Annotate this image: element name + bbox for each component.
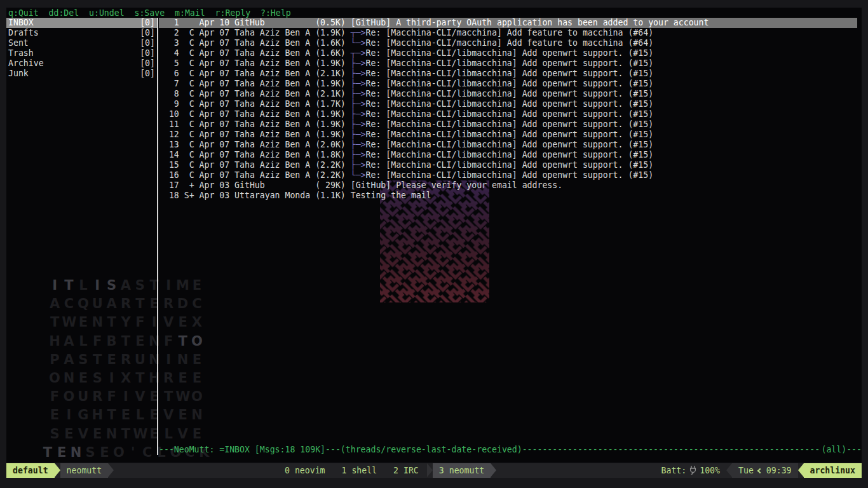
mailbox-count: [0] [140,69,155,79]
mail-row[interactable]: 16 C Apr 07 Taha Aziz Ben A (2.2K) └─>Re… [159,170,857,180]
mail-subject: Re: [Macchina-CLI/libmacchina] Add openw… [366,69,654,78]
mail-row[interactable]: 3 C Apr 07 Taha Aziz Ben A (1.6K) └─>Re:… [159,38,857,48]
mail-row[interactable]: 14 C Apr 07 Taha Aziz Ben A (1.8K) ├─>Re… [159,150,857,160]
mail-subject: Re: [Macchina-CLI/libmacchina] Add openw… [366,170,654,180]
mail-subject: Re: [Macchina-CLI/libmacchina] Add openw… [366,150,654,159]
mail-row-meta: 10 C Apr 07 Taha Aziz Ben A (1.9K) [159,109,351,119]
mail-row[interactable]: 5 C Apr 07 Taha Aziz Ben A (1.9K) ├─>Re:… [159,58,857,69]
mail-row-meta: 2 C Apr 07 Taha Aziz Ben A (1.9K) [159,28,351,37]
tmux-session-badge[interactable]: default [6,463,55,478]
tmux-window-item[interactable]: 2 IRC [385,463,427,478]
status-dash-filler: ----------------------------------------… [522,445,822,455]
mail-subject: Re: [Macchina-CLI/libmacchina] Add openw… [366,89,654,98]
battery-percent: 100% [700,466,720,475]
sidebar-mailbox-sent[interactable]: Sent[0] [6,38,157,48]
mail-subject: Re: [Macchina-CLI/libmacchina] Add openw… [366,79,654,88]
mail-row[interactable]: 9 C Apr 07 Taha Aziz Ben A (1.7K) ├─>Re:… [159,99,857,109]
sidebar-mailbox-drafts[interactable]: Drafts[0] [6,28,157,38]
tmux-left-section: default neomutt [6,463,114,478]
mailbox-count: [0] [140,28,155,38]
powerline-arrow-right-icon [427,463,433,477]
mailbox-name: Sent [8,38,29,48]
neomutt-status-line: ---NeoMutt: =INBOX [Msgs:18 109K]---(thr… [159,445,862,455]
battery-label: Batt: [661,466,687,475]
thread-tree-icon: ├─> [351,79,366,88]
mail-row-meta: 6 C Apr 07 Taha Aziz Ben A (2.1K) [159,69,351,78]
mail-row-meta: 5 C Apr 07 Taha Aziz Ben A (1.9K) [159,58,351,68]
thread-tree-icon: ├─> [351,160,366,170]
day-of-week: Tue [738,466,754,475]
mail-row-meta: 3 C Apr 07 Taha Aziz Ben A (1.6K) [159,38,351,48]
mail-subject: Re: [Macchina-CLI/macchina] Add feature … [366,28,654,37]
thread-tree-icon: ├─> [351,99,366,109]
mail-row-meta: 17 + Apr 03 GitHub ( 29K) [159,180,351,190]
mail-row-meta: 18 S+ Apr 03 Uttarayan Monda (1.1K) [159,191,351,200]
mailbox-count: [0] [140,48,155,58]
thread-tree-icon: ┬─> [351,48,366,58]
mail-row-meta: 14 C Apr 07 Taha Aziz Ben A (1.8K) [159,150,351,159]
mail-subject: Re: [Macchina-CLI/libmacchina] Add openw… [366,130,654,139]
mail-row[interactable]: 11 C Apr 07 Taha Aziz Ben A (1.9K) ├─>Re… [159,119,857,130]
tmux-right-section: Batt: 100% Tue09:39 archlinux [655,463,862,478]
sidebar-mailbox-junk[interactable]: Junk[0] [6,69,157,79]
powerline-arrow-right-icon [55,463,60,477]
wallpaper-word-clock: ITLISASTIMEACQUARTERDCTWENTYFIVEXHALFBTE… [39,280,212,466]
mail-subject: Re: [Macchina-CLI/macchina] Add feature … [366,38,654,48]
mail-subject: Re: [Macchina-CLI/libmacchina] Add openw… [366,119,654,129]
mail-row[interactable]: 2 C Apr 07 Taha Aziz Ben A (1.9K) ┬─>Re:… [159,28,857,38]
mail-row[interactable]: 1 Apr 10 GitHub (0.5K) [GitHub] A third-… [159,18,857,28]
powerline-arrow-right-icon [108,463,114,477]
mail-row[interactable]: 8 C Apr 07 Taha Aziz Ben A (2.1K) ├─>Re:… [159,89,857,99]
mail-row[interactable]: 6 C Apr 07 Taha Aziz Ben A (2.1K) ├─>Re:… [159,69,857,79]
thread-tree-icon: ├─> [351,89,366,98]
mail-subject: Re: [Macchina-CLI/libmacchina] Add openw… [366,99,654,109]
tmux-window-title: neomutt [60,463,109,478]
thread-tree-icon: ├─> [351,150,366,159]
thread-tree-icon: ├─> [351,119,366,129]
mail-row-meta: 1 Apr 10 GitHub (0.5K) [159,18,351,27]
mail-subject: Testing the mail [351,191,431,200]
mail-row[interactable]: 13 C Apr 07 Taha Aziz Ben A (2.0K) ├─>Re… [159,140,857,150]
sidebar-mailbox-trash[interactable]: Trash[0] [6,48,157,58]
mail-row-meta: 12 C Apr 07 Taha Aziz Ben A (1.9K) [159,130,351,139]
mail-row-meta: 13 C Apr 07 Taha Aziz Ben A (2.0K) [159,140,351,149]
mail-row-meta: 11 C Apr 07 Taha Aziz Ben A (1.9K) [159,119,351,129]
thread-tree-icon: └─> [351,170,366,180]
mail-row[interactable]: 15 C Apr 07 Taha Aziz Ben A (2.2K) ├─>Re… [159,160,857,170]
tmux-window-item[interactable]: 1 shell [334,463,386,478]
mailbox-count: [0] [140,58,155,69]
mail-row[interactable]: 18 S+ Apr 03 Uttarayan Monda (1.1K) Test… [159,191,857,201]
mail-row-meta: 7 C Apr 07 Taha Aziz Ben A (1.9K) [159,79,351,88]
mail-row[interactable]: 12 C Apr 07 Taha Aziz Ben A (1.9K) ├─>Re… [159,130,857,140]
sidebar-divider [157,18,158,455]
mail-subject: Re: [Macchina-CLI/libmacchina] Add openw… [366,48,654,58]
mail-row[interactable]: 17 + Apr 03 GitHub ( 29K) [GitHub] Pleas… [159,180,857,191]
mail-subject: [GitHub] A third-party OAuth application… [351,18,709,27]
hostname-badge: archlinux [804,463,862,478]
thread-tree-icon: ┬─> [351,28,366,37]
status-left: ---NeoMutt: =INBOX [Msgs:18 109K]---(thr… [159,445,522,455]
thread-tree-icon: ├─> [351,69,366,78]
sidebar-mailbox-inbox[interactable]: INBOX[0] [6,18,157,28]
mail-row[interactable]: 10 C Apr 07 Taha Aziz Ben A (1.9K) ├─>Re… [159,109,857,119]
mail-subject: Re: [Macchina-CLI/libmacchina] Add openw… [366,140,654,149]
thread-tree-icon: ├─> [351,58,366,68]
mailbox-name: Junk [8,69,29,79]
tmux-window-item[interactable]: 0 neovim [276,463,334,478]
mailbox-count: [0] [140,38,155,48]
mailbox-name: INBOX [8,18,34,28]
tmux-status-bar: default neomutt 0 neovim 1 shell 2 IRC 3… [6,463,862,478]
powerline-arrow-left-icon [798,463,804,477]
sidebar-mailbox-archive[interactable]: Archive[0] [6,58,157,69]
mail-row-meta: 16 C Apr 07 Taha Aziz Ben A (2.2K) [159,170,351,180]
mail-row-meta: 9 C Apr 07 Taha Aziz Ben A (1.7K) [159,99,351,109]
clock-segment: Tue09:39 [732,463,798,478]
mail-row[interactable]: 7 C Apr 07 Taha Aziz Ben A (1.9K) ├─>Re:… [159,79,857,89]
tmux-window-list: 0 neovim 1 shell 2 IRC 3 neomutt [276,463,496,478]
tmux-active-window[interactable]: 3 neomutt [433,463,491,478]
mail-row[interactable]: 4 C Apr 07 Taha Aziz Ben A (1.6K) ┬─>Re:… [159,48,857,58]
chevron-left-icon [757,468,763,473]
thread-tree-icon: ├─> [351,109,366,119]
thread-tree-icon: └─> [351,38,366,48]
mail-subject: Re: [Macchina-CLI/libmacchina] Add openw… [366,160,654,170]
